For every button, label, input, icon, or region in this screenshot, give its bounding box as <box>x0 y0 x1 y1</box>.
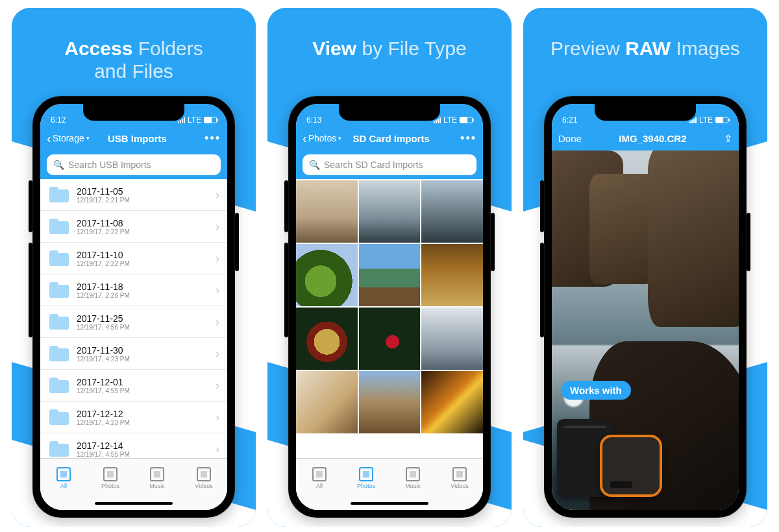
more-button[interactable]: ••• <box>460 132 476 145</box>
photo-thumb[interactable] <box>421 371 483 433</box>
photo-thumb[interactable] <box>296 180 358 243</box>
nav-bar: ‹ Storage ▾ USB Imports ••• <box>40 126 227 151</box>
folder-date: 12/19/17, 4:55 PM <box>77 451 216 458</box>
photo-thumb[interactable] <box>421 244 483 306</box>
phone-mockup: 6:21 LTE Done IMG_3940.CR2 ⇪ Works with <box>544 96 747 518</box>
network-label: LTE <box>443 115 457 125</box>
phone-mockup: 6:12 LTE ‹ Storage ▾ USB Imports ••• 🔍 <box>32 96 235 518</box>
photo-grid <box>296 179 483 458</box>
photo-thumb[interactable] <box>421 180 483 243</box>
chevron-right-icon: › <box>216 315 219 329</box>
tab-photos[interactable]: Photos <box>343 459 390 497</box>
battery-icon <box>460 117 473 123</box>
search-placeholder: Search SD Card Imports <box>324 160 423 170</box>
tab-videos[interactable]: Videos <box>436 459 483 497</box>
chevron-right-icon: › <box>216 379 219 393</box>
tab-label: Photos <box>357 483 375 489</box>
folder-icon <box>49 378 69 393</box>
network-label: LTE <box>699 115 713 125</box>
photo-thumb[interactable] <box>359 244 421 306</box>
photo-thumb[interactable] <box>359 180 421 243</box>
panel-title: Access Foldersand Files <box>50 8 217 96</box>
photo-thumb[interactable] <box>359 308 421 370</box>
tab-photos[interactable]: Photos <box>87 459 134 497</box>
chevron-right-icon: › <box>216 347 219 361</box>
tab-icon <box>103 467 117 481</box>
works-with-badge: Works with <box>561 381 631 400</box>
chevron-right-icon: › <box>216 284 219 297</box>
tab-label: All <box>316 483 323 489</box>
tab-label: Videos <box>451 483 468 489</box>
folder-date: 12/19/17, 4:23 PM <box>77 419 216 426</box>
home-indicator <box>40 497 227 510</box>
photo-thumb[interactable] <box>421 308 483 370</box>
panel-title: Preview RAW Images <box>536 8 754 96</box>
chevron-left-icon: ‹ <box>47 132 51 145</box>
folder-name: 2017-11-25 <box>77 313 216 324</box>
folder-name: 2017-11-30 <box>77 345 216 356</box>
compatible-devices <box>557 419 662 497</box>
tab-bar: AllPhotosMusicVideos <box>40 458 227 497</box>
folder-date: 12/19/17, 2:22 PM <box>77 260 216 267</box>
folder-name: 2017-12-01 <box>77 377 216 387</box>
folder-row[interactable]: 2017-11-2512/19/17, 4:56 PM› <box>40 306 227 338</box>
phone-notch <box>339 104 440 121</box>
tab-icon <box>406 467 420 481</box>
folder-row[interactable]: 2017-11-1012/19/17, 2:22 PM› <box>40 243 227 274</box>
folder-icon <box>49 346 69 361</box>
folder-row[interactable]: 2017-12-1212/19/17, 4:23 PM› <box>40 402 227 433</box>
folder-name: 2017-11-08 <box>77 218 216 228</box>
tab-label: Music <box>405 483 421 489</box>
folder-row[interactable]: 2017-11-1812/19/17, 2:28 PM› <box>40 274 227 306</box>
search-input[interactable]: 🔍 Search SD Card Imports <box>303 154 476 175</box>
folder-date: 12/19/17, 2:22 PM <box>77 228 216 236</box>
phone-notch <box>595 104 696 121</box>
phone-notch <box>83 104 184 121</box>
folder-row[interactable]: 2017-11-3012/19/17, 4:23 PM› <box>40 338 227 370</box>
tab-label: Photos <box>101 483 119 489</box>
folder-row[interactable]: 2017-12-1412/19/17, 4:55 PM› <box>40 433 227 458</box>
photo-thumb[interactable] <box>296 244 358 306</box>
folder-list[interactable]: 2017-11-0512/19/17, 2:21 PM›2017-11-0812… <box>40 179 227 458</box>
folder-icon <box>49 187 69 202</box>
folder-date: 12/19/17, 2:21 PM <box>77 197 216 204</box>
photo-thumb[interactable] <box>359 371 421 433</box>
battery-icon <box>204 117 217 123</box>
done-button[interactable]: Done <box>558 133 582 144</box>
search-input[interactable]: 🔍 Search USB Imports <box>47 154 221 175</box>
network-label: LTE <box>188 115 201 125</box>
chevron-right-icon: › <box>216 442 219 456</box>
folder-row[interactable]: 2017-12-0112/19/17, 4:55 PM› <box>40 370 227 402</box>
tab-music[interactable]: Music <box>390 459 436 497</box>
tab-label: Music <box>149 483 165 489</box>
folder-icon <box>49 250 69 266</box>
photo-thumb[interactable] <box>296 371 358 433</box>
search-placeholder: Search USB Imports <box>68 160 151 170</box>
tab-icon <box>56 467 71 481</box>
chevron-right-icon: › <box>216 411 219 424</box>
folder-name: 2017-11-05 <box>77 186 216 197</box>
search-icon: 🔍 <box>309 160 320 170</box>
share-button[interactable]: ⇪ <box>724 132 732 145</box>
folder-date: 12/19/17, 4:55 PM <box>77 387 216 394</box>
raw-preview[interactable]: Works with <box>552 151 739 510</box>
folder-row[interactable]: 2017-11-0812/19/17, 2:22 PM› <box>40 211 227 243</box>
tab-all[interactable]: All <box>296 459 343 497</box>
search-icon: 🔍 <box>53 160 64 170</box>
photo-thumb[interactable] <box>296 308 358 370</box>
tab-icon <box>197 467 211 481</box>
folder-name: 2017-11-18 <box>77 282 216 292</box>
chevron-right-icon: › <box>216 220 219 234</box>
nav-bar: Done IMG_3940.CR2 ⇪ <box>552 126 739 151</box>
folder-row[interactable]: 2017-11-0512/19/17, 2:21 PM› <box>40 179 227 211</box>
battery-icon <box>715 117 728 123</box>
tab-label: All <box>60 483 67 489</box>
tab-all[interactable]: All <box>40 459 87 497</box>
status-time: 6:13 <box>306 115 321 125</box>
nav-title: SD Card Imports <box>326 133 456 144</box>
tab-videos[interactable]: Videos <box>180 459 227 497</box>
nav-title: USB Imports <box>74 133 201 144</box>
more-button[interactable]: ••• <box>204 132 221 145</box>
folder-date: 12/19/17, 4:23 PM <box>77 356 216 363</box>
tab-music[interactable]: Music <box>134 459 180 497</box>
